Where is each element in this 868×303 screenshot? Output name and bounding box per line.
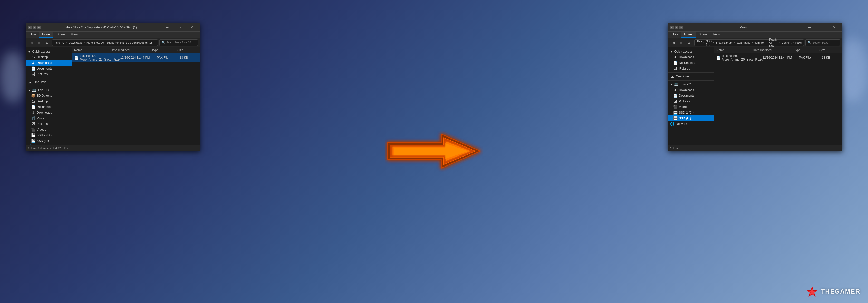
sidebar-left: ▼ Quick access 🗀 Desktop ⬇ Downloads 📄 D… (26, 47, 72, 145)
sidebar-item-ssdc-right[interactable]: 💾 SSD 2 (C:) (668, 110, 714, 115)
minimize-button-right[interactable]: ─ (804, 24, 815, 31)
sidebar-item-ssde-left[interactable]: 💾 SSD (E:) (26, 138, 72, 144)
ribbon-left: File Home Share View (26, 32, 200, 38)
sidebar-item-downloads-left[interactable]: ⬇ Downloads (26, 60, 72, 66)
path-sep6-right: › (779, 41, 780, 44)
docs2-icon-right: 📄 (673, 94, 677, 98)
sidebar-item-videos-left[interactable]: 🎬 Videos (26, 127, 72, 132)
sidebar-item-ssde-right[interactable]: 💾 SSD (E:) (668, 115, 714, 121)
videos-icon-right: 🎬 (673, 105, 677, 109)
computer-icon-right: 💻 (674, 82, 678, 87)
path-sep2-right: › (713, 41, 714, 44)
network-icon-right: 🌐 (670, 122, 674, 126)
sidebar-label-ssdc-left: SSD 2 (C:) (37, 133, 52, 137)
tab-share-left[interactable]: Share (53, 32, 68, 38)
file-row-right[interactable]: 📄 pakchunk99-More_Ammo_20_Slots_P.pak 12… (714, 53, 842, 62)
maximize-button-left[interactable]: □ (174, 24, 186, 31)
status-bar-left: 1 item | 1 item selected 12.5 KB | (26, 145, 200, 151)
arrow-svg (385, 126, 483, 177)
sidebar-label-docs2-left: Documents (37, 105, 52, 109)
up-button-left[interactable]: ▲ (43, 39, 51, 46)
sidebar-label-thispc-right: This PC (680, 82, 691, 86)
sidebar-label-docs2-right: Documents (679, 94, 694, 98)
sidebar-item-dl-right[interactable]: ⬇ Downloads (668, 55, 714, 60)
sidebar-item-pics2-right[interactable]: 🖼 Pictures (668, 99, 714, 104)
sidebar-item-pics2-left[interactable]: 🖼 Pictures (26, 121, 72, 127)
sidebar-item-documents-left[interactable]: 📄 Documents (26, 66, 72, 71)
sidebar-label-downloads-left: Downloads (37, 61, 52, 65)
path-ssde-right: SSD (E:) (706, 39, 712, 46)
sidebar-item-desktop-left[interactable]: 🗀 Desktop (26, 55, 72, 60)
col-type-right: Type (794, 48, 819, 52)
col-type-left: Type (152, 48, 177, 52)
onedrive-icon-right: ☁ (670, 74, 674, 78)
ssde-icon-left: 💾 (31, 139, 35, 143)
sidebar-item-pictures-left[interactable]: 🖼 Pictures (26, 71, 72, 77)
search-box-right[interactable]: 🔍 Search Paks (805, 39, 840, 46)
sidebar-item-docs-right[interactable]: 📄 Documents (668, 60, 714, 66)
path-sep1-right: › (704, 41, 705, 44)
sidebar-label-3dobjects-left: 3D Objects (37, 94, 52, 98)
status-text-right: 1 item | (670, 146, 679, 149)
sidebar-network-left[interactable]: 🌐 Network (26, 144, 72, 145)
cloud-decoration-left (0, 51, 26, 103)
forward-button-right[interactable]: ▶ (678, 39, 685, 46)
tab-file-right[interactable]: File (670, 32, 681, 38)
file-list-left: Name Date modified Type Size 📄 pakchunk9… (72, 47, 200, 145)
chevron-icon-qa-right: ▼ (670, 50, 673, 53)
network-icon-left: 🌐 (28, 144, 32, 145)
sidebar-label-pictures-left: Pictures (37, 72, 48, 76)
sidebar-label-music-left: Music (37, 116, 45, 120)
file-date-left: 12/16/2024 11:44 PM (120, 56, 157, 60)
sidebar-item-docs2-left[interactable]: 📄 Documents (26, 104, 72, 110)
search-box-left[interactable]: 🔍 Search More Slots 20... (159, 39, 198, 46)
onedrive-icon-left: ☁ (28, 80, 32, 84)
address-path-left[interactable]: This PC › Downloads › More Slots 20 - Su… (52, 39, 158, 46)
tab-view-right[interactable]: View (710, 32, 723, 38)
pics2-icon-right: 🖼 (673, 99, 677, 103)
tab-home-left[interactable]: Home (39, 32, 53, 38)
desktop2-icon-left: 🗀 (31, 99, 35, 103)
search-icon-left: 🔍 (162, 41, 165, 44)
sidebar-item-dl2-right[interactable]: ⬇ Downloads (668, 87, 714, 93)
sidebar-label-desktop2-left: Desktop (37, 100, 48, 103)
close-button-left[interactable]: ✕ (186, 24, 198, 31)
tab-home-right[interactable]: Home (681, 32, 695, 38)
sidebar-thispc-left[interactable]: ▼ 💻 This PC (26, 87, 72, 93)
window-icon2-left: ■ (33, 26, 36, 29)
back-button-left[interactable]: ◀ (28, 39, 35, 46)
sidebar-onedrive-right[interactable]: ☁ OneDrive (668, 74, 714, 79)
sidebar-item-3dobjects-left[interactable]: 📦 3D Objects (26, 93, 72, 99)
path-content-right: Content (781, 41, 792, 44)
sidebar-item-desktop2-left[interactable]: 🗀 Desktop (26, 99, 72, 104)
address-bar-right: ◀ ▶ ▲ This PC › SSD (E:) › SteamLibrary … (668, 38, 842, 47)
tab-view-left[interactable]: View (68, 32, 81, 38)
sidebar-onedrive-left[interactable]: ☁ OneDrive (26, 79, 72, 85)
sidebar-item-pics-right[interactable]: 🖼 Pictures (668, 66, 714, 71)
sidebar-item-docs2-right[interactable]: 📄 Documents (668, 93, 714, 99)
tab-share-right[interactable]: Share (695, 32, 710, 38)
file-list-header-right: Name Date modified Type Size (714, 47, 842, 53)
close-button-right[interactable]: ✕ (828, 24, 840, 31)
sidebar-item-ssdc-left[interactable]: 💾 SSD 2 (C:) (26, 132, 72, 138)
up-button-right[interactable]: ▲ (685, 39, 693, 46)
minimize-button-left[interactable]: ─ (161, 24, 173, 31)
maximize-button-right[interactable]: □ (816, 24, 828, 31)
file-row-left[interactable]: 📄 pakchunk99-More_Ammo_20_Slots_P.pak 12… (72, 53, 200, 62)
sidebar-thispc-right[interactable]: ▼ 💻 This PC (668, 81, 714, 87)
sidebar-item-videos-right[interactable]: 🎬 Videos (668, 104, 714, 110)
file-icon-right: 📄 (716, 55, 721, 60)
sidebar-item-dl2-left[interactable]: ⬇ Downloads (26, 110, 72, 115)
ssdc-icon-right: 💾 (673, 110, 677, 115)
address-path-right[interactable]: This PC › SSD (E:) › SteamLibrary › stea… (694, 39, 804, 46)
file-type-right: PAK File (799, 56, 822, 60)
sidebar-item-music-left[interactable]: 🎵 Music (26, 115, 72, 121)
file-list-right: Name Date modified Type Size 📄 pakchunk9… (714, 47, 842, 145)
back-button-right[interactable]: ◀ (670, 39, 677, 46)
window-icon-left: ■ (28, 26, 32, 29)
search-placeholder-left: Search More Slots 20... (166, 41, 193, 44)
sidebar-label-pics2-left: Pictures (37, 122, 48, 126)
forward-button-left[interactable]: ▶ (36, 39, 43, 46)
tab-file-left[interactable]: File (28, 32, 39, 38)
sidebar-network-right[interactable]: 🌐 Network (668, 121, 714, 127)
